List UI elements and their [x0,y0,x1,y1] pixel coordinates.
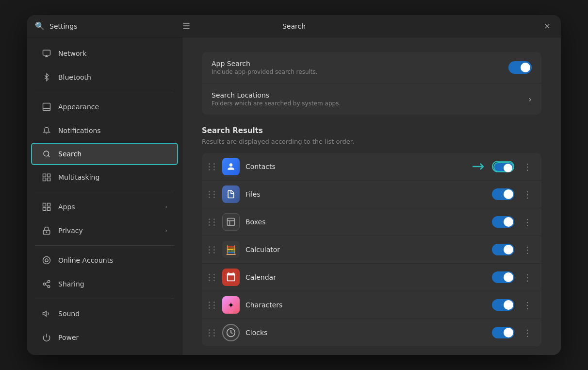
characters-more-button[interactable]: ⋮ [520,298,535,312]
app-search-toggle[interactable] [508,61,532,74]
content-area: Network Bluetooth Appearance Notificatio [27,37,561,355]
multitasking-icon [42,173,51,182]
sidebar-label-notifications: Notifications [58,127,101,135]
sidebar-label-network: Network [58,50,86,57]
sidebar-item-notifications[interactable]: Notifications [31,119,178,142]
sidebar-item-online-accounts[interactable]: Online Accounts [31,249,178,272]
sidebar-label-power: Power [58,334,79,341]
boxes-more-button[interactable]: ⋮ [520,215,535,229]
files-toggle[interactable] [492,188,514,200]
svg-point-15 [46,232,47,233]
drag-handle-boxes[interactable] [209,219,216,226]
titlebar-app-title: Settings [49,22,77,30]
boxes-toggle[interactable] [492,216,514,228]
clocks-toggle[interactable] [492,327,514,338]
calendar-app-icon [222,269,240,286]
contacts-toggle[interactable] [492,161,514,172]
privacy-arrow-icon: › [165,227,167,234]
app-search-row: App Search Include app-provided search r… [202,52,541,84]
sidebar-item-apps[interactable]: Apps › [31,195,178,219]
drag-handle-files[interactable] [209,191,216,198]
sidebar-item-search[interactable]: Search [31,143,178,165]
divider-4 [35,299,174,299]
svg-point-4 [44,151,49,156]
network-icon [42,49,51,58]
drag-handle-contacts[interactable] [209,163,216,170]
teal-arrow-indicator [473,162,486,171]
result-row-boxes: Boxes ⋮ [202,208,541,236]
divider-2 [35,192,174,192]
sidebar-item-privacy[interactable]: Privacy › [31,219,178,242]
titlebar-left: 🔍 Settings ☰ [35,21,190,31]
sidebar-label-search: Search [58,150,82,158]
sidebar-label-bluetooth: Bluetooth [58,73,91,81]
drag-handle-calendar[interactable] [209,274,216,281]
sidebar-label-sharing: Sharing [58,280,84,288]
svg-rect-12 [43,208,46,211]
search-locations-text: Search Locations Folders which are searc… [212,91,521,107]
results-section-subtitle: Results are displayed according to the l… [202,138,541,145]
drag-handle-calculator[interactable] [209,246,216,253]
result-row-clocks: Clocks ⋮ [202,319,541,346]
titlebar-search-icon: 🔍 [35,21,45,31]
sidebar-label-multitasking: Multitasking [58,173,99,181]
svg-rect-10 [43,203,46,206]
svg-point-20 [48,286,50,288]
result-row-files: Files ⋮ [202,181,541,208]
sidebar-label-apps: Apps [58,203,75,211]
sidebar-item-appearance[interactable]: Appearance [31,95,178,118]
clocks-more-button[interactable]: ⋮ [520,326,535,340]
boxes-app-icon [222,213,240,231]
drag-handle-clocks[interactable] [209,329,216,336]
main-content: App Search Include app-provided search r… [182,37,561,355]
svg-line-22 [45,282,48,284]
calculator-more-button[interactable]: ⋮ [520,243,535,257]
clocks-app-icon [222,324,240,341]
files-more-button[interactable]: ⋮ [520,187,535,202]
close-button[interactable]: × [541,20,553,32]
titlebar-menu-icon[interactable]: ☰ [182,21,190,31]
settings-window: 🔍 Settings ☰ Search × Network Bluetooth [27,15,561,355]
search-locations-row[interactable]: Search Locations Folders which are searc… [202,84,541,115]
result-row-calendar: Calendar ⋮ [202,264,541,291]
contacts-more-button[interactable]: ⋮ [520,160,535,174]
search-settings-card: App Search Include app-provided search r… [202,52,541,115]
result-row-contacts: Contacts ⋮ [202,153,541,181]
svg-rect-11 [48,203,50,206]
bluetooth-icon [42,73,51,82]
sidebar: Network Bluetooth Appearance Notificatio [27,37,182,355]
svg-line-21 [45,285,48,286]
calendar-toggle[interactable] [492,271,514,283]
app-search-label: App Search [212,60,508,67]
calculator-toggle[interactable] [492,244,514,255]
sound-icon [42,309,51,318]
svg-rect-13 [48,208,50,211]
svg-rect-7 [48,174,50,177]
characters-toggle[interactable] [492,299,514,311]
files-app-icon [222,185,240,203]
sidebar-item-sharing[interactable]: Sharing [31,272,178,296]
svg-line-5 [48,155,49,157]
svg-rect-0 [43,50,50,55]
sidebar-item-multitasking[interactable]: Multitasking [31,166,178,189]
sidebar-item-bluetooth[interactable]: Bluetooth [31,66,178,89]
sidebar-item-sound[interactable]: Sound [31,302,178,325]
sidebar-label-privacy: Privacy [58,227,83,235]
titlebar: 🔍 Settings ☰ Search × [27,15,561,37]
sidebar-item-network[interactable]: Network [31,42,178,65]
sidebar-label-appearance: Appearance [58,103,99,111]
appearance-icon [42,102,51,111]
app-search-text: App Search Include app-provided search r… [212,60,508,75]
calendar-more-button[interactable]: ⋮ [520,270,535,285]
search-icon [42,150,51,158]
svg-marker-23 [43,311,47,317]
svg-rect-9 [48,178,50,181]
app-search-sublabel: Include app-provided search results. [212,68,508,75]
svg-point-19 [43,283,46,286]
divider-1 [35,92,174,92]
sidebar-item-power[interactable]: Power [31,326,178,349]
privacy-icon [42,226,51,235]
characters-app-icon: ✦ [222,296,240,314]
drag-handle-characters[interactable] [209,302,216,309]
svg-point-18 [48,281,50,283]
